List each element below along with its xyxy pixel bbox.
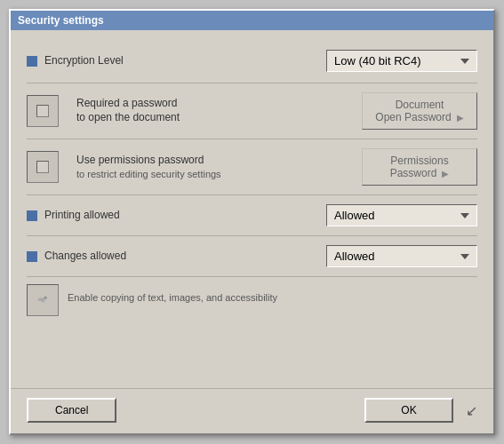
copy-label: Enable copying of text, images, and acce… <box>68 284 277 304</box>
copy-row: Enable copying of text, images, and acce… <box>27 277 477 320</box>
encryption-indicator <box>27 56 37 67</box>
encryption-dropdown-arrow <box>460 59 469 64</box>
security-settings-dialog: Security settings Encryption Level Low (… <box>9 9 495 435</box>
permissions-btn-line1: Permissions <box>390 155 448 167</box>
changes-indicator <box>27 251 37 262</box>
open-password-button[interactable]: Document Open Password ▶ <box>362 92 477 130</box>
open-password-label2: to open the document <box>76 111 351 125</box>
printing-label-group: Printing allowed <box>27 209 326 223</box>
printing-row: Printing allowed Allowed <box>27 195 477 236</box>
dialog-titlebar: Security settings <box>11 11 493 30</box>
encryption-dropdown-value: Low (40 bit RC4) <box>334 54 421 67</box>
open-password-btn-line2: Open Password <box>375 111 451 123</box>
permissions-password-row: Use permissions password to restrict edi… <box>27 139 477 195</box>
printing-indicator <box>27 210 37 221</box>
printing-dropdown[interactable]: Allowed <box>326 204 477 226</box>
dialog-title: Security settings <box>18 14 104 27</box>
ok-button[interactable]: OK <box>364 398 453 423</box>
cancel-button[interactable]: Cancel <box>27 398 116 423</box>
permissions-label2: to restrict editing security settings <box>76 168 351 180</box>
dialog-content: Encryption Level Low (40 bit RC4) Requir… <box>11 30 493 388</box>
changes-dropdown[interactable]: Allowed <box>326 245 477 267</box>
printing-dropdown-value: Allowed <box>334 209 375 222</box>
changes-row: Changes allowed Allowed <box>27 236 477 277</box>
changes-dropdown-value: Allowed <box>334 250 375 263</box>
encryption-label: Encryption Level <box>44 54 124 68</box>
printing-label: Printing allowed <box>44 209 120 223</box>
permissions-label-group: Use permissions password to restrict edi… <box>69 154 351 180</box>
open-password-checkbox[interactable] <box>27 95 59 127</box>
permissions-label1: Use permissions password <box>76 154 351 168</box>
ok-group: OK ↙ <box>364 398 477 423</box>
dialog-footer: Cancel OK ↙ <box>11 388 493 433</box>
open-password-label1: Required a password <box>76 97 351 111</box>
encryption-row: Encryption Level Low (40 bit RC4) <box>27 43 477 83</box>
permissions-checkbox-inner <box>36 161 49 173</box>
open-password-btn-arrow: ▶ <box>457 113 464 123</box>
encryption-label-group: Encryption Level <box>27 54 326 68</box>
changes-label-group: Changes allowed <box>27 250 326 264</box>
permissions-btn-arrow: ▶ <box>442 169 449 178</box>
changes-dropdown-arrow <box>460 254 469 259</box>
resize-handle[interactable]: ↙ <box>466 402 477 419</box>
open-password-label-group: Required a password to open the document <box>69 97 351 124</box>
changes-label: Changes allowed <box>44 250 126 264</box>
svg-point-0 <box>44 297 46 298</box>
permissions-password-checkbox[interactable] <box>27 151 59 183</box>
open-password-row: Required a password to open the document… <box>27 83 477 139</box>
copy-checkbox[interactable] <box>27 284 59 316</box>
bird-icon-svg <box>34 291 52 309</box>
open-password-checkbox-inner <box>36 105 49 117</box>
permissions-btn-line2: Password <box>390 167 437 179</box>
printing-dropdown-arrow <box>460 213 469 218</box>
open-password-btn-line1: Document <box>396 99 444 111</box>
permissions-password-button[interactable]: Permissions Password ▶ <box>362 148 477 186</box>
encryption-dropdown[interactable]: Low (40 bit RC4) <box>326 50 477 72</box>
